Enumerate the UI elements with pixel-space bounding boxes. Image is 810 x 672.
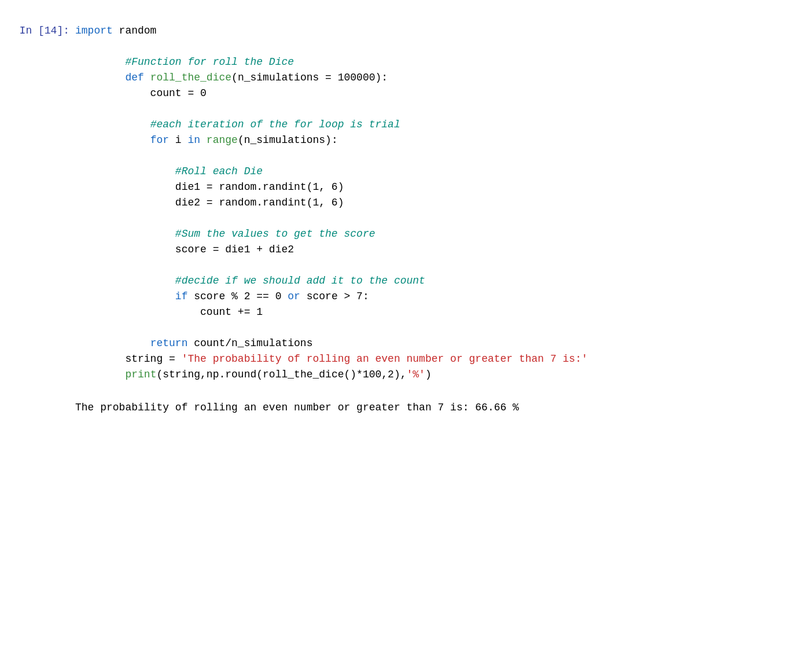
- line-blank2: [75, 101, 810, 117]
- cell-output: The probability of rolling an even numbe…: [0, 388, 810, 421]
- line-comment2: #each iteration of the for loop is trial: [75, 117, 810, 133]
- code-token: def: [125, 72, 143, 83]
- cell-label-text: In [14]:: [20, 25, 69, 36]
- line-die1: die1 = random.randint(1, 6): [75, 179, 810, 195]
- code-token: 'The probability of rolling an even numb…: [182, 353, 588, 365]
- line-blank4: [75, 211, 810, 226]
- line-comment1: #Function for roll the Dice: [75, 54, 810, 70]
- line-score: score = die1 + die2: [75, 242, 810, 258]
- line-print: print(string,np.round(roll_the_dice()*10…: [75, 367, 810, 383]
- line-import: import random: [75, 23, 810, 39]
- line-blank6: [75, 320, 810, 336]
- code-token: #each iteration of the for loop is trial: [150, 119, 400, 130]
- code-token: #Sum the values to get the score: [175, 228, 375, 240]
- code-token: roll_the_dice: [150, 72, 231, 83]
- code-block: import random #Function for roll the Dic…: [75, 23, 810, 383]
- line-def: def roll_the_dice(n_simulations = 100000…: [75, 70, 810, 86]
- code-token: print: [125, 369, 156, 380]
- line-count-inc: count += 1: [75, 304, 810, 320]
- code-token: in: [187, 134, 200, 146]
- line-count-init: count = 0: [75, 86, 810, 101]
- line-return: return count/n_simulations: [75, 336, 810, 351]
- line-blank3: [75, 148, 810, 164]
- code-token: #decide if we should add it to the count: [175, 275, 425, 287]
- code-token: '%': [407, 369, 425, 380]
- code-token: or: [288, 291, 300, 302]
- line-if: if score % 2 == 0 or score > 7:: [75, 289, 810, 304]
- output-text: The probability of rolling an even numbe…: [75, 402, 519, 413]
- code-token: import: [75, 25, 113, 36]
- code-token: return: [150, 337, 188, 349]
- line-blank5: [75, 258, 810, 273]
- line-string: string = 'The probability of rolling an …: [75, 351, 810, 367]
- line-comment4: #Sum the values to get the score: [75, 226, 810, 242]
- code-token: if: [175, 291, 188, 302]
- code-token: #Roll each Die: [175, 166, 263, 177]
- cell-input: In [14]: import random #Function for rol…: [0, 17, 810, 388]
- line-die2: die2 = random.randint(1, 6): [75, 195, 810, 211]
- cell-label: In [14]:: [0, 23, 75, 39]
- code-token: for: [150, 134, 169, 146]
- line-blank1: [75, 39, 810, 54]
- code-token: #Function for roll the Dice: [125, 56, 294, 68]
- line-comment3: #Roll each Die: [75, 164, 810, 179]
- code-token: range: [207, 134, 238, 146]
- line-for: for i in range(n_simulations):: [75, 133, 810, 148]
- notebook-cell: In [14]: import random #Function for rol…: [0, 17, 810, 421]
- line-comment5: #decide if we should add it to the count: [75, 273, 810, 289]
